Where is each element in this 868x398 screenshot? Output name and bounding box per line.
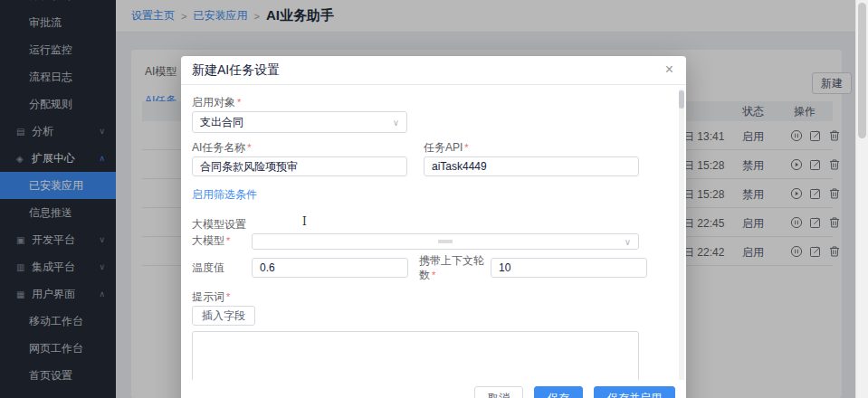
save-and-enable-button[interactable]: 保存并启用 bbox=[594, 386, 675, 398]
cancel-button[interactable]: 取消 bbox=[474, 386, 523, 398]
large-model-label: 大模型* bbox=[192, 233, 252, 248]
required-asterisk: * bbox=[226, 235, 230, 246]
task-api-label: 任务API* bbox=[424, 140, 639, 155]
required-asterisk: * bbox=[432, 270, 435, 280]
page-scrollbar-thumb[interactable] bbox=[858, 3, 866, 138]
dialog-body: 启用对象* 支出合同 ∨ AI任务名称* 任务API* 启用筛选条件 大模型设置 bbox=[192, 86, 639, 398]
temperature-row: 温度值 携带上下文轮数* bbox=[192, 253, 639, 282]
dialog-header: 新建AI任务设置 × bbox=[181, 56, 686, 85]
chevron-down-icon: ∨ bbox=[625, 237, 631, 247]
temperature-label: 温度值 bbox=[192, 261, 252, 275]
select-value-artifact bbox=[438, 240, 453, 243]
task-api-field[interactable] bbox=[424, 156, 639, 176]
chevron-down-icon: ∨ bbox=[393, 118, 399, 128]
temperature-field[interactable] bbox=[252, 258, 408, 278]
required-asterisk: * bbox=[226, 291, 230, 302]
required-asterisk: * bbox=[237, 97, 241, 108]
enable-target-value: 支出合同 bbox=[200, 115, 243, 130]
enable-target-label: 启用对象* bbox=[192, 95, 639, 109]
context-rounds-field[interactable] bbox=[491, 258, 647, 278]
large-model-select[interactable]: ∨ bbox=[252, 233, 639, 250]
task-name-field[interactable] bbox=[192, 156, 407, 176]
required-asterisk: * bbox=[247, 142, 251, 153]
context-rounds-label: 携带上下文轮数* bbox=[419, 253, 491, 282]
dialog-title: 新建AI任务设置 bbox=[192, 62, 280, 79]
page-scrollbar[interactable] bbox=[855, 0, 868, 398]
dialog-scrollbar-thumb[interactable] bbox=[679, 90, 684, 109]
large-model-row: 大模型* ∨ bbox=[192, 232, 639, 250]
new-ai-task-dialog: 新建AI任务设置 × 启用对象* 支出合同 ∨ AI任务名称* 任务API* bbox=[181, 56, 686, 398]
close-icon[interactable]: × bbox=[665, 61, 673, 80]
task-name-label: AI任务名称* bbox=[192, 140, 407, 155]
enable-target-select[interactable]: 支出合同 ∨ bbox=[192, 111, 407, 133]
save-button[interactable]: 保存 bbox=[534, 386, 583, 398]
dialog-footer: 取消 保存 保存并启用 bbox=[181, 380, 686, 398]
enable-filter-link[interactable]: 启用筛选条件 bbox=[192, 187, 257, 203]
model-settings-section-label: 大模型设置 bbox=[192, 217, 639, 232]
dialog-scrollbar[interactable] bbox=[679, 89, 684, 398]
prompt-label: 提示词* bbox=[192, 289, 639, 304]
required-asterisk: * bbox=[464, 142, 468, 153]
prompt-textarea[interactable] bbox=[192, 331, 639, 387]
insert-field-button[interactable]: 插入字段 bbox=[192, 306, 255, 326]
